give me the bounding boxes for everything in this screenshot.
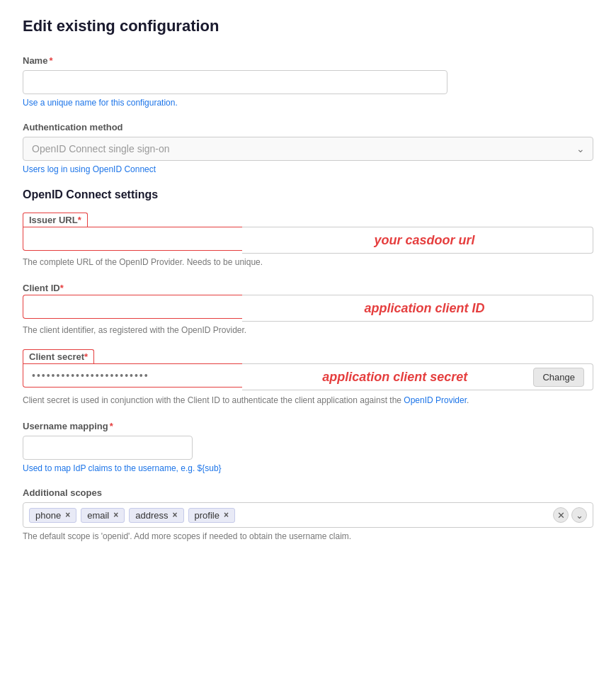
issuer-url-input-wrapper: https://demo.casdoor.com bbox=[23, 227, 242, 254]
username-mapping-hint: Used to map IdP claims to the username, … bbox=[23, 463, 593, 473]
username-mapping-input-wrapper: ${preferred_username} bbox=[23, 436, 193, 460]
client-secret-hint: Client secret is used in conjunction wit… bbox=[23, 394, 593, 407]
client-id-hint: The client identifier, as registered wit… bbox=[23, 325, 593, 335]
scope-tag-profile: profile × bbox=[188, 508, 235, 523]
scope-tag-address: address × bbox=[129, 508, 183, 523]
openid-section-title: OpenID Connect settings bbox=[23, 188, 593, 201]
issuer-url-label: Issuer URL* bbox=[23, 213, 88, 227]
additional-scopes-label: Additional scopes bbox=[23, 487, 593, 498]
scope-tag-phone-label: phone bbox=[35, 510, 61, 521]
scope-tag-email-label: email bbox=[87, 510, 109, 521]
scopes-actions: ✕ ⌄ bbox=[553, 507, 587, 523]
auth-method-field-group: Authentication method OpenID Connect sin… bbox=[23, 122, 593, 174]
scopes-container: phone × email × address × profile × ✕ ⌄ bbox=[23, 502, 593, 528]
scope-tag-email: email × bbox=[81, 508, 125, 523]
scope-tag-address-label: address bbox=[135, 510, 168, 521]
client-id-field-group: Client ID* 642ec5d6779a2f0e879d applicat… bbox=[23, 281, 593, 335]
username-mapping-label: Username mapping* bbox=[23, 421, 593, 431]
client-secret-wrapper: application client secret Change bbox=[23, 363, 593, 390]
username-mapping-input[interactable]: ${preferred_username} bbox=[23, 436, 193, 460]
change-secret-button[interactable]: Change bbox=[533, 368, 584, 387]
auth-method-hint: Users log in using OpenID Connect bbox=[23, 164, 593, 174]
client-secret-input-wrapper bbox=[23, 363, 242, 390]
username-mapping-field-group: Username mapping* ${preferred_username} … bbox=[23, 421, 593, 473]
auth-method-label: Authentication method bbox=[23, 122, 593, 132]
page-title: Edit existing configuration bbox=[23, 17, 593, 35]
client-secret-annotation-box: application client secret Change bbox=[242, 363, 593, 390]
client-id-annotation-box: application client ID bbox=[242, 295, 593, 322]
scope-tag-profile-remove[interactable]: × bbox=[224, 510, 229, 520]
client-secret-label: Client secret* bbox=[23, 349, 94, 363]
name-input[interactable]: casdoor bbox=[23, 70, 447, 94]
client-id-input-wrapper: 642ec5d6779a2f0e879d bbox=[23, 295, 242, 322]
scope-tag-address-remove[interactable]: × bbox=[173, 510, 178, 520]
client-id-input[interactable]: 642ec5d6779a2f0e879d bbox=[23, 295, 242, 319]
scopes-hint: The default scope is 'openid'. Add more … bbox=[23, 531, 593, 541]
scopes-dropdown-button[interactable]: ⌄ bbox=[571, 507, 587, 523]
openid-provider-link[interactable]: OpenID Provider bbox=[404, 395, 467, 405]
client-secret-annotation-text: application client secret bbox=[251, 370, 525, 385]
client-id-wrapper: 642ec5d6779a2f0e879d application client … bbox=[23, 295, 593, 322]
name-hint: Use a unique name for this configuration… bbox=[23, 98, 593, 108]
issuer-url-wrapper: https://demo.casdoor.com your casdoor ur… bbox=[23, 227, 593, 254]
issuer-url-hint: The complete URL of the OpenID Provider.… bbox=[23, 257, 593, 267]
issuer-url-input[interactable]: https://demo.casdoor.com bbox=[23, 227, 242, 251]
scope-tag-phone-remove[interactable]: × bbox=[65, 510, 70, 520]
client-secret-field-group: Client secret* application client secret… bbox=[23, 349, 593, 407]
openid-section: OpenID Connect settings Issuer URL* http… bbox=[23, 188, 593, 541]
auth-method-select-wrapper: OpenID Connect single sign-on ⌄ bbox=[23, 137, 593, 161]
scope-tag-phone: phone × bbox=[29, 508, 76, 523]
additional-scopes-field-group: Additional scopes phone × email × addres… bbox=[23, 487, 593, 541]
client-id-label: Client ID* bbox=[23, 281, 64, 295]
name-label: Name* bbox=[23, 55, 593, 66]
name-field-group: Name* casdoor Use a unique name for this… bbox=[23, 55, 593, 108]
auth-method-select[interactable]: OpenID Connect single sign-on bbox=[23, 137, 593, 161]
scopes-clear-button[interactable]: ✕ bbox=[553, 507, 569, 523]
issuer-url-annotation-text: your casdoor url bbox=[242, 233, 593, 248]
scope-tag-email-remove[interactable]: × bbox=[113, 510, 118, 520]
client-secret-input[interactable] bbox=[23, 363, 242, 388]
scope-tag-profile-label: profile bbox=[195, 510, 219, 521]
issuer-url-field-group: Issuer URL* https://demo.casdoor.com you… bbox=[23, 213, 593, 267]
client-id-annotation-text: application client ID bbox=[242, 301, 593, 316]
issuer-url-annotation-box: your casdoor url bbox=[242, 227, 593, 254]
